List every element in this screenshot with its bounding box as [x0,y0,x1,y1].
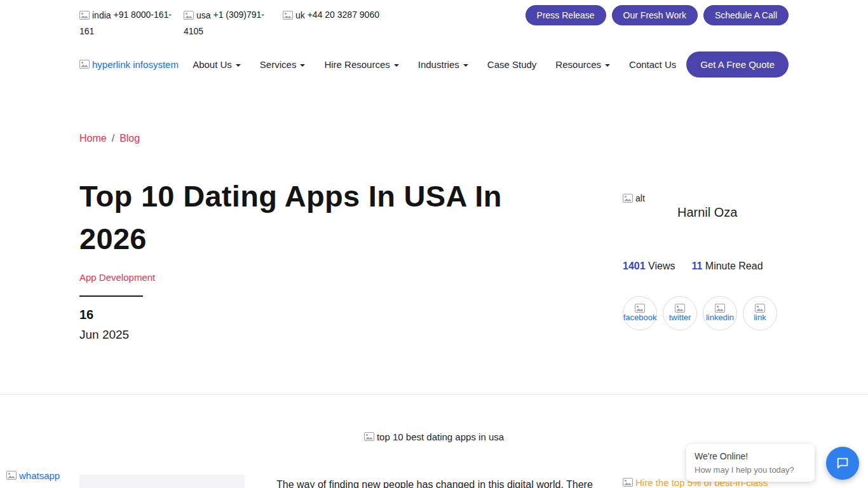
avatar-image: alt [623,193,645,203]
whatsapp-alt-text: whatsapp [19,470,60,481]
nav-resources[interactable]: Resources [555,59,610,70]
chevron-down-icon [605,64,610,67]
chat-tooltip: We're Online! How may I help you today? [686,444,815,482]
uk-flag-image: uk [283,8,305,24]
our-fresh-work-button[interactable]: Our Fresh Work [612,5,698,25]
hero-image-container: top 10 best dating apps in usa [0,430,868,442]
india-flag-image: india [79,8,111,24]
chat-status-text: We're Online! [695,451,806,461]
twitter-share-button[interactable]: twitter [663,296,697,330]
phone-list: india +91 8000-161-161 usa +1 (309)791-4… [79,5,379,39]
nav-hire-resources[interactable]: Hire Resources [324,59,398,70]
phone-number: +44 20 3287 9060 [308,10,379,20]
section-divider [0,394,868,395]
topbar-buttons: Press Release Our Fresh Work Schedule A … [526,5,789,25]
social-share-row: facebook twitter linkedin link [623,296,789,330]
read-time-count: 11 [691,261,702,271]
title-divider [79,295,143,297]
copy-link-button[interactable]: link [743,296,777,330]
category-link[interactable]: App Development [79,272,155,283]
flag-alt-text: india [92,8,111,24]
logo-alt-text: hyperlink infosystem [92,59,179,70]
chat-launcher-button[interactable] [826,447,859,480]
twitter-icon [675,304,685,313]
nav-label: Services [260,59,297,70]
article-header: Top 10 Dating Apps In USA In 2026 App De… [79,175,789,342]
facebook-share-button[interactable]: facebook [623,296,657,330]
topbar: india +91 8000-161-161 usa +1 (309)791-4… [79,5,789,39]
chevron-down-icon [236,64,241,67]
whatsapp-button[interactable]: whatsapp [6,469,60,481]
nav-label: Resources [555,59,601,70]
chevron-down-icon [463,64,468,67]
phone-india[interactable]: india +91 8000-161-161 [79,7,172,39]
main-nav: About Us Services Hire Resources Industr… [193,59,676,70]
usa-flag-image: usa [184,8,211,24]
sidebar-card [79,475,245,488]
logo-link[interactable]: hyperlink infosystem [79,59,179,70]
social-alt-text: link [754,313,766,323]
avatar: alt [623,192,663,233]
social-alt-text: linkedin [706,313,734,323]
views-count: 1401 [623,261,646,271]
linkedin-share-button[interactable]: linkedin [703,296,737,330]
facebook-icon [635,304,645,313]
nav-industries[interactable]: Industries [418,59,468,70]
nav-services[interactable]: Services [260,59,306,70]
article-stats: 1401 Views 11 Minute Read [623,261,789,272]
broken-image-icon [623,478,633,487]
schedule-a-call-button[interactable]: Schedule A Call [703,5,789,25]
flag-alt-text: usa [196,8,211,24]
link-icon [755,304,765,313]
nav-contact-us[interactable]: Contact Us [629,59,676,70]
chat-bubble-icon [836,456,850,470]
breadcrumb-blog-link[interactable]: Blog [119,133,140,144]
nav-label: Case Study [487,59,537,70]
broken-image-icon [79,11,90,20]
linkedin-icon [715,304,725,313]
get-a-free-quote-button[interactable]: Get A Free Quote [686,51,789,78]
broken-image-icon [623,194,633,203]
nav-case-study[interactable]: Case Study [487,59,537,70]
chevron-down-icon [394,64,399,67]
broken-image-icon [283,11,293,20]
press-release-button[interactable]: Press Release [526,5,606,25]
phone-uk[interactable]: uk +44 20 3287 9060 [283,7,379,39]
nav-label: Hire Resources [324,59,390,70]
broken-image-icon [79,60,90,69]
logo-image: hyperlink infosystem [79,59,179,70]
broken-image-icon [364,432,374,441]
avatar-alt-text: alt [635,193,645,203]
nav-label: About Us [193,59,232,70]
hero-image: top 10 best dating apps in usa [364,431,504,442]
article-intro-paragraph: The way of finding new people has change… [276,477,602,488]
whatsapp-image: whatsapp [6,470,60,481]
breadcrumb-separator: / [112,133,114,144]
page-title: Top 10 Dating Apps In USA In 2026 [79,175,524,260]
breadcrumb-home-link[interactable]: Home [79,133,107,144]
phone-usa[interactable]: usa +1 (309)791-4105 [184,7,271,39]
nav-label: Contact Us [629,59,676,70]
main-navbar: hyperlink infosystem About Us Services H… [79,46,789,83]
breadcrumb: Home/Blog [79,133,140,144]
views-label: Views [648,261,675,271]
read-time-label: Minute Read [705,261,763,271]
author-panel: alt Harnil Oza 1401 Views 11 Minute Read… [623,192,789,330]
chevron-down-icon [300,64,305,67]
author-name: Harnil Oza [677,205,737,220]
chat-greeting-text: How may I help you today? [695,465,806,475]
social-alt-text: twitter [669,313,691,323]
read-time-stat: 11 Minute Read [691,261,763,272]
hero-image-alt-text: top 10 best dating apps in usa [377,431,504,442]
author-row: alt Harnil Oza [623,192,789,233]
whatsapp-icon [6,471,17,480]
broken-image-icon [184,11,194,20]
views-stat: 1401 Views [623,261,675,272]
nav-about-us[interactable]: About Us [193,59,241,70]
nav-label: Industries [418,59,459,70]
flag-alt-text: uk [295,8,305,24]
page: india +91 8000-161-161 usa +1 (309)791-4… [0,0,868,488]
social-alt-text: facebook [623,313,657,323]
